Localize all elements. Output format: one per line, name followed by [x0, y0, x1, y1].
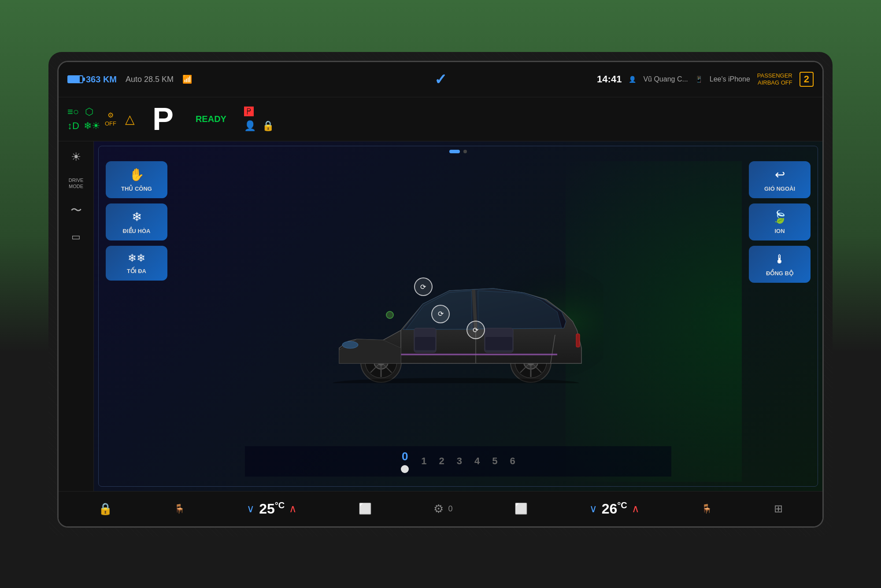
- climate-panel-border: ✋ THỦ CÔNG ❄ ĐIỀU HÒA ❄❄ TỐI ĐA: [98, 146, 818, 487]
- rear-defrost-icon[interactable]: ⬜: [515, 503, 528, 515]
- gio-ngoai-icon: ↩: [775, 167, 785, 182]
- svg-rect-22: [415, 337, 435, 350]
- driver-icon: 👤: [629, 76, 636, 83]
- right-temp-down-button[interactable]: ∨: [589, 503, 597, 515]
- icon-seatbelt: 👤: [244, 120, 256, 132]
- status-right: 14:41 👤 Vũ Quang C... 📱 Lee's iPhone PAS…: [440, 72, 814, 87]
- warning-triangle-icon: △: [125, 112, 135, 126]
- airflow-rear[interactable]: ⟳: [466, 321, 485, 339]
- fan-speed-5[interactable]: 5: [492, 455, 497, 467]
- passenger-number: 2: [800, 72, 814, 87]
- airflow-front-upper[interactable]: ⟳: [414, 277, 433, 296]
- right-temp-up-button[interactable]: ∧: [632, 503, 640, 515]
- dong-bo-button[interactable]: 🌡 ĐỒNG BỘ: [749, 246, 811, 283]
- thu-cong-button[interactable]: ✋ THỦ CÔNG: [106, 161, 167, 198]
- fan-speed-scale: 0 1 2 3 4 5 6: [245, 446, 671, 477]
- left-sidebar: ☀ DRIVEMODE 〜 ▭: [59, 141, 94, 491]
- warning-bar: ≡○ ⬡ ↕D ❄☀ ⚙ OFF △ P READY 🅿: [59, 97, 822, 141]
- grid-apps-icon[interactable]: ⊞: [774, 503, 783, 515]
- icon-parking: 🅿: [244, 106, 254, 118]
- icon-lane-assist: ≡○: [67, 106, 79, 118]
- climate-content-row: ✋ THỦ CÔNG ❄ ĐIỀU HÒA ❄❄ TỐI ĐA: [99, 157, 818, 486]
- left-temp-value: 25°C: [259, 500, 285, 517]
- dieu-hoa-label: ĐIỀU HÒA: [123, 228, 151, 234]
- svg-rect-24: [485, 337, 512, 350]
- vinfast-v-logo: ✓: [434, 70, 447, 88]
- wifi-icon: 📶: [182, 74, 192, 84]
- gio-ngoai-label: GIÓ NGOÀI: [764, 185, 795, 192]
- bottom-climate-controls: 🔒 🪑 ∨ 25°C ∧ ⬜ ⚙ 0 ⬜: [59, 491, 822, 526]
- sidebar-drive-mode[interactable]: DRIVEMODE: [69, 177, 84, 190]
- fan-center-value: 0: [448, 504, 452, 514]
- left-seat-heat-group: 🪑: [174, 503, 185, 514]
- right-mode-buttons: ↩ GIÓ NGOÀI 🍃 ION 🌡 ĐỒNG BỘ: [749, 161, 811, 482]
- svg-point-30: [386, 311, 393, 318]
- left-mode-buttons: ✋ THỦ CÔNG ❄ ĐIỀU HÒA ❄❄ TỐI ĐA: [106, 161, 167, 482]
- airflow-front-lower[interactable]: ⟳: [431, 305, 450, 323]
- airbag-warning-area: PASSENGERAIRBAG OFF: [757, 72, 792, 86]
- gio-ngoai-button[interactable]: ↩ GIÓ NGOÀI: [749, 161, 811, 198]
- icon-off-label: ⚙: [107, 111, 114, 119]
- fan-speed-center-group: ⚙ 0: [433, 502, 452, 516]
- right-temp-group: ∨ 26°C ∧: [589, 500, 640, 517]
- ion-button[interactable]: 🍃 ION: [749, 203, 811, 240]
- right-seat-heat-group: 🪑: [701, 503, 712, 514]
- fan-speed-1[interactable]: 1: [421, 455, 426, 467]
- status-left: 363 KM Auto 28.5 KM 📶: [67, 74, 440, 85]
- auto-km: Auto 28.5 KM: [126, 75, 174, 84]
- icon-esp: ↕D: [67, 120, 79, 132]
- main-content: ☀ DRIVEMODE 〜 ▭: [59, 141, 822, 491]
- ion-icon: 🍃: [772, 210, 788, 224]
- fan-speed-3[interactable]: 3: [457, 455, 462, 467]
- off-text: OFF: [105, 120, 116, 127]
- dieu-hoa-button[interactable]: ❄ ĐIỀU HÒA: [106, 203, 167, 240]
- front-defrost-icon[interactable]: ⬜: [359, 503, 372, 515]
- left-temp-down-button[interactable]: ∨: [247, 503, 255, 515]
- icon-seatbelt2: 🔒: [262, 120, 274, 132]
- battery-indicator: 363 KM: [67, 74, 117, 85]
- fan-speed-4[interactable]: 4: [474, 455, 480, 467]
- dong-bo-label: ĐỒNG BỘ: [766, 270, 793, 277]
- phone-name: Lee's iPhone: [710, 75, 750, 83]
- nav-dot-1[interactable]: [449, 150, 460, 153]
- fan-speed-0[interactable]: 0: [401, 450, 409, 473]
- screen-bezel: 363 KM Auto 28.5 KM 📶 ✓ 14:41 👤 Vũ Quang…: [57, 61, 824, 528]
- nav-dot-2[interactable]: [463, 150, 467, 153]
- status-bar: 363 KM Auto 28.5 KM 📶 ✓ 14:41 👤 Vũ Quang…: [59, 62, 822, 97]
- left-temp-unit: °C: [275, 500, 285, 510]
- sidebar-wiper[interactable]: 〜: [70, 203, 82, 218]
- ion-label: ION: [774, 228, 785, 234]
- thu-cong-icon: ✋: [129, 167, 144, 182]
- phone-icon: 📱: [695, 76, 703, 83]
- battery-km: 363 KM: [86, 74, 117, 85]
- dong-bo-icon: 🌡: [774, 252, 786, 266]
- thu-cong-label: THỦ CÔNG: [121, 185, 152, 192]
- airbag-warning-text: PASSENGERAIRBAG OFF: [757, 72, 792, 86]
- icon-traction: ❄☀: [84, 120, 100, 132]
- climate-panel: ✋ THỦ CÔNG ❄ ĐIỀU HÒA ❄❄ TỐI ĐA: [94, 141, 822, 491]
- door-lock-icon[interactable]: 🔒: [98, 502, 112, 516]
- driver-name: Vũ Quang C...: [643, 75, 688, 83]
- toi-da-icon: ❄❄: [128, 252, 145, 264]
- icon-headlight: ⬡: [85, 106, 93, 118]
- car-illustration: [313, 260, 603, 383]
- svg-rect-28: [576, 334, 580, 347]
- car-svg-area: ⟳ ⟳ ⟳: [313, 260, 603, 383]
- warning-icons-right: 🅿 👤 🔒: [244, 106, 274, 132]
- sidebar-camera[interactable]: ▭: [71, 231, 81, 243]
- left-seat-heat-icon[interactable]: 🪑: [174, 503, 185, 514]
- right-seat-heat-icon[interactable]: 🪑: [701, 503, 712, 514]
- toi-da-button[interactable]: ❄❄ TỐI ĐA: [106, 246, 167, 281]
- sidebar-brightness[interactable]: ☀: [71, 150, 81, 164]
- nav-dots: [99, 146, 818, 157]
- left-temp-group: ∨ 25°C ∧: [247, 500, 297, 517]
- fan-center-icon[interactable]: ⚙: [433, 502, 444, 516]
- fan-speed-2[interactable]: 2: [439, 455, 444, 467]
- battery-icon: [67, 75, 83, 83]
- vinfast-logo-area: ✓: [434, 70, 447, 88]
- gear-display: P: [152, 103, 174, 135]
- time-display: 14:41: [597, 74, 622, 85]
- right-temp-value: 26°C: [602, 500, 627, 517]
- fan-speed-6[interactable]: 6: [510, 455, 515, 467]
- left-temp-up-button[interactable]: ∧: [289, 503, 297, 515]
